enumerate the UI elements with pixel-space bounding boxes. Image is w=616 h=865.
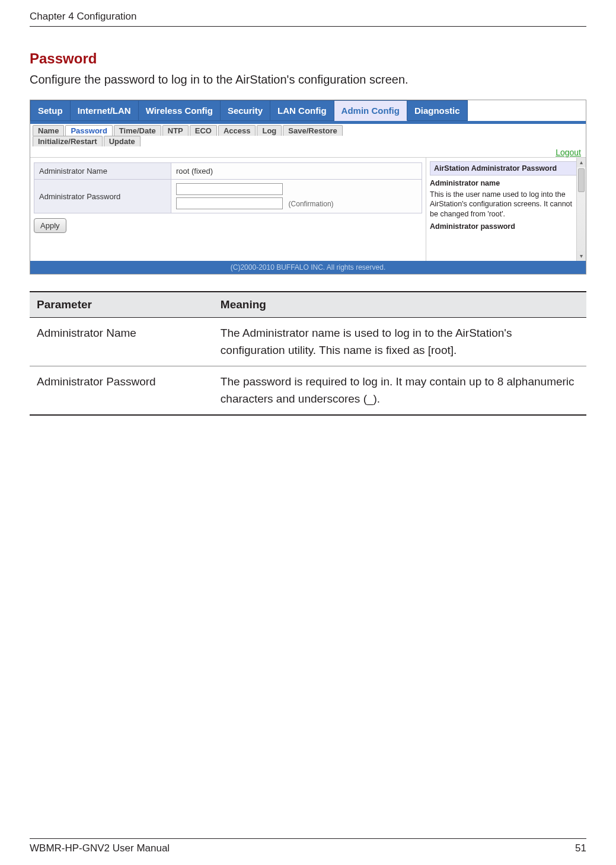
config-screenshot: Setup Internet/LAN Wireless Config Secur…	[30, 100, 586, 274]
apply-button[interactable]: Apply	[34, 218, 66, 233]
section-title: Password	[30, 50, 586, 67]
help-text-admin-name: This is the user name used to log into t…	[430, 190, 582, 219]
admin-password-input[interactable]	[176, 183, 283, 195]
help-sub-admin-password: Administrator password	[430, 222, 582, 231]
page-number: 51	[575, 842, 586, 854]
tab-setup[interactable]: Setup	[30, 100, 71, 121]
sub-tabs: Name Password Time/Date NTP ECO Access L…	[30, 124, 586, 136]
help-title: AirStation Administrator Password	[430, 161, 582, 175]
sub-tabs-row2: Initialize/Restart Update	[30, 136, 586, 146]
subtab-log[interactable]: Log	[257, 125, 282, 136]
main-tabs: Setup Internet/LAN Wireless Config Secur…	[30, 100, 586, 124]
tab-wireless-config[interactable]: Wireless Config	[139, 100, 221, 121]
confirmation-label: (Confirmation)	[289, 200, 334, 208]
table-row: Administrator Name The Administrator nam…	[30, 318, 586, 366]
subtab-access[interactable]: Access	[218, 125, 256, 136]
subtab-password[interactable]: Password	[65, 125, 112, 136]
scroll-up-icon[interactable]: ▴	[577, 158, 586, 167]
tab-diagnostic[interactable]: Diagnostic	[407, 100, 468, 121]
tab-internet-lan[interactable]: Internet/LAN	[71, 100, 139, 121]
tab-admin-config[interactable]: Admin Config	[334, 100, 407, 121]
col-meaning: Meaning	[213, 292, 586, 318]
logout-link[interactable]: Logout	[556, 148, 581, 157]
subtab-ntp[interactable]: NTP	[162, 125, 189, 136]
tab-security[interactable]: Security	[221, 100, 270, 121]
settings-table: Administrator Name root (fixed) Administ…	[34, 162, 422, 213]
help-sub-admin-name: Administrator name	[430, 179, 582, 187]
section-intro: Configure the password to log in to the …	[30, 73, 586, 87]
param-cell: Administrator Name	[30, 318, 213, 366]
meaning-cell: The Administrator name is used to log in…	[213, 318, 586, 366]
subtab-eco[interactable]: ECO	[190, 125, 217, 136]
subtab-name[interactable]: Name	[33, 125, 64, 136]
meaning-cell: The password is required to log in. It m…	[213, 366, 586, 416]
subtab-initialize-restart[interactable]: Initialize/Restart	[33, 136, 103, 146]
manual-name: WBMR-HP-GNV2 User Manual	[30, 842, 170, 854]
table-row: Administrator Password The password is r…	[30, 366, 586, 416]
parameter-table: Parameter Meaning Administrator Name The…	[30, 291, 586, 416]
config-area: Administrator Name root (fixed) Administ…	[30, 157, 586, 261]
scroll-thumb[interactable]	[578, 168, 585, 192]
subtab-time-date[interactable]: Time/Date	[114, 125, 161, 136]
admin-password-label: Administrator Password	[34, 180, 171, 213]
param-cell: Administrator Password	[30, 366, 213, 416]
page-footer: WBMR-HP-GNV2 User Manual 51	[30, 838, 586, 854]
screenshot-footer: (C)2000-2010 BUFFALO INC. All rights res…	[30, 261, 586, 274]
col-parameter: Parameter	[30, 292, 213, 318]
tab-lan-config[interactable]: LAN Config	[270, 100, 334, 121]
admin-password-confirm-input[interactable]	[176, 197, 283, 209]
admin-name-label: Administrator Name	[34, 163, 171, 180]
scrollbar[interactable]: ▴ ▾	[576, 158, 586, 261]
help-panel: AirStation Administrator Password Admini…	[426, 158, 586, 261]
chapter-label: Chapter 4 Configuration	[30, 11, 137, 23]
admin-name-value: root (fixed)	[171, 163, 422, 180]
subtab-update[interactable]: Update	[104, 136, 141, 146]
subtab-save-restore[interactable]: Save/Restore	[283, 125, 342, 136]
scroll-down-icon[interactable]: ▾	[577, 251, 586, 261]
